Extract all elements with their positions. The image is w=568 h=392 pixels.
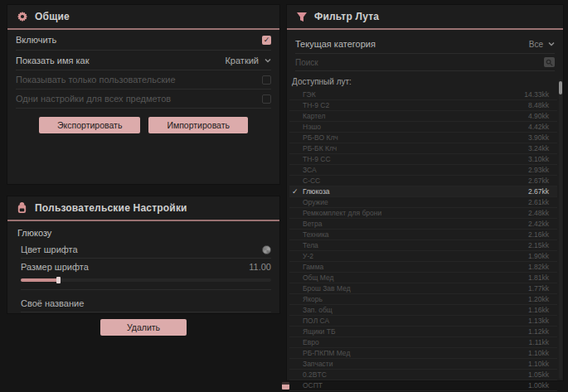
show-name-select[interactable]: Краткий (225, 56, 271, 65)
item-value: 1.16kk (528, 306, 549, 314)
chevron-down-icon (265, 57, 271, 64)
list-item[interactable]: ✓ РБ-БК Клч 3.24kk (289, 143, 557, 154)
slider-thumb[interactable] (56, 277, 61, 283)
item-value: 3.90kk (528, 133, 549, 142)
import-button[interactable]: Импортировать (148, 117, 248, 133)
item-value: 1.10kk (528, 360, 549, 368)
list-item[interactable]: ✓ РБ-ПКПМ Мед 1.10kk (289, 348, 557, 359)
category-select[interactable]: Все (529, 40, 555, 49)
enable-label: Включить (16, 35, 56, 45)
custom-name-label: Своё название (21, 298, 84, 308)
same-settings-label: Одни настройки для всех предметов (16, 94, 171, 104)
list-item[interactable]: ✓ Запчасти 1.10kk (289, 359, 557, 370)
divider (7, 220, 279, 221)
list-item[interactable]: ✓ ГЭК 14.33kk (289, 90, 557, 100)
item-name: Ветра (303, 220, 322, 228)
list-item[interactable]: ✓ Оружие 2.61kk (289, 197, 557, 208)
item-name: Якорь (303, 295, 323, 303)
item-name: Зап. общ (303, 306, 333, 314)
loot-list-scrollbar (559, 80, 562, 380)
item-name: Техника (303, 230, 329, 239)
list-item[interactable]: ✓ ЗСА 2.93kk (289, 165, 557, 176)
search-input[interactable] (295, 58, 544, 67)
delete-button[interactable]: Удалить (100, 319, 187, 336)
list-item[interactable]: ✓ Глюкоза 2.67kk (289, 186, 557, 197)
item-value: 8.48kk (528, 101, 549, 109)
show-name-label: Показать имя как (16, 56, 90, 65)
item-name: РБ-ПКПМ Мед (303, 349, 350, 357)
item-value: 1.05kk (528, 370, 549, 379)
item-name: ПОЛ СА (303, 317, 329, 325)
item-value: 3.24kk (528, 144, 549, 152)
edited-item-name: Глюкозу (17, 228, 269, 238)
show-name-row: Показать имя как Краткий (16, 51, 271, 70)
list-item[interactable]: ✓ Картел 4.90kk (289, 111, 557, 122)
custom-name-row[interactable]: Своё название (21, 295, 271, 312)
item-name: Брош Зав Мед (303, 284, 351, 293)
scrollbar-thumb[interactable] (559, 81, 562, 94)
export-button[interactable]: Экспортировать (39, 117, 140, 133)
font-size-slider[interactable] (21, 276, 271, 290)
resize-handle[interactable] (282, 382, 289, 390)
list-item[interactable]: ✓ Общ Мед 1.81kk (289, 273, 557, 283)
category-row: Текущая категория Все (295, 35, 555, 54)
list-item[interactable]: ✓ 0.2BTC 1.05kk (289, 370, 557, 380)
custom-settings-panel: Пользовательские Настройки Глюкозу Цвет … (7, 196, 280, 314)
list-item[interactable]: ✓ Зап. общ 1.16kk (289, 305, 557, 316)
same-settings-checkbox[interactable] (262, 94, 271, 104)
list-item[interactable]: ✓ ОСПТ 1.00kk (289, 380, 557, 391)
item-value: 2.48kk (528, 209, 549, 217)
list-item[interactable]: ✓ Евро 1.11kk (289, 337, 557, 348)
item-value: 2.16kk (528, 230, 549, 239)
color-wheel-icon[interactable] (262, 245, 271, 254)
list-item[interactable]: ✓ У-2 1.90kk (289, 251, 557, 262)
list-item[interactable]: ✓ Тела 2.15kk (289, 240, 557, 251)
only-custom-checkbox[interactable] (262, 75, 271, 85)
list-item[interactable]: ✓ С-СС 2.67kk (289, 176, 557, 186)
divider (287, 28, 563, 30)
general-panel-header: Общие (7, 5, 279, 27)
list-item[interactable]: ✓ ТН-9 СС 3.10kk (289, 154, 557, 165)
item-name: РБ-ВО Клч (303, 133, 338, 142)
list-item[interactable]: ✓ Ремкомплект для брони 2.48kk (289, 208, 557, 219)
item-value: 2.67kk (528, 187, 549, 196)
same-settings-row: Одни настройки для всех предметов (16, 90, 271, 109)
slider-fill (21, 278, 58, 282)
list-item[interactable]: ✓ ПОЛ СА 1.13kk (289, 316, 557, 327)
enable-checkbox[interactable]: ✓ (262, 36, 271, 45)
list-item[interactable]: ✓ Якорь 1.20kk (289, 294, 557, 305)
item-value: 2.15kk (528, 241, 549, 249)
general-panel: Общие Включить ✓ Показать имя как Кратки… (7, 4, 280, 185)
font-color-label: Цвет шрифта (21, 244, 78, 254)
item-value: 1.82kk (528, 263, 549, 271)
font-size-row: Размер шрифта 11.00 (21, 260, 271, 273)
item-name: ТН-9 С2 (303, 101, 329, 109)
item-name: Общ Мед (303, 273, 334, 282)
search-row (295, 54, 555, 71)
item-name: ГЭК (303, 90, 316, 99)
list-item[interactable]: ✓ Техника 2.16kk (289, 230, 557, 240)
loot-list-label: Доступный лут: (292, 77, 555, 86)
search-icon[interactable] (544, 57, 555, 67)
list-item[interactable]: ✓ Гамма 1.82kk (289, 262, 557, 273)
check-icon: ✓ (292, 186, 299, 196)
item-value: 2.93kk (528, 166, 549, 174)
item-value: 1.90kk (528, 252, 549, 260)
list-item[interactable]: ✓ РБ-ВО Клч 3.90kk (289, 133, 557, 143)
list-item[interactable]: ✓ ТН-9 С2 8.48kk (289, 100, 557, 111)
loot-filter-header: Фильтр Лута (287, 5, 563, 27)
item-value: 1.11kk (529, 338, 549, 346)
list-item[interactable]: ✓ Брош Зав Мед 1.77kk (289, 283, 557, 294)
only-custom-row: Показывать только пользовательские (16, 70, 271, 90)
item-name: Нэшо (303, 123, 321, 131)
enable-row: Включить ✓ (16, 30, 271, 51)
gear-icon (16, 11, 28, 23)
item-value: 1.12kk (528, 327, 549, 336)
item-name: РБ-БК Клч (303, 144, 337, 152)
list-item[interactable]: ✓ Ветра 2.42kk (289, 219, 557, 230)
list-item[interactable]: ✓ Ящики ТБ 1.12kk (289, 327, 557, 337)
item-value: 1.00kk (528, 381, 549, 390)
item-value: 1.10kk (528, 349, 549, 357)
list-item[interactable]: ✓ Нэшо 4.42kk (289, 122, 557, 133)
item-value: 14.33kk (524, 90, 549, 99)
